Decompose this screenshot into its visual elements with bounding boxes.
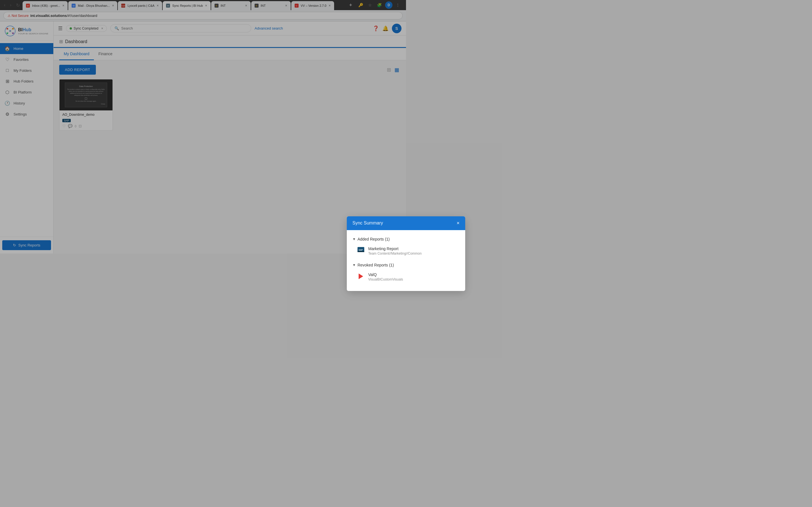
marketing-report-path: Team Content//Marketing//Common — [368, 251, 406, 254]
added-reports-section: ▼ Added Reports (1) SAP Marketing Report… — [352, 235, 406, 254]
modal-title: Sync Summary — [352, 221, 383, 226]
marketing-report-info: Marketing Report Team Content//Marketing… — [368, 246, 406, 254]
modal-header: Sync Summary × — [347, 216, 406, 230]
added-report-item-0: SAP Marketing Report Team Content//Marke… — [352, 244, 406, 254]
svg-text:SAP: SAP — [359, 249, 363, 251]
modal-body: ▼ Added Reports (1) SAP Marketing Report… — [347, 230, 406, 254]
added-reports-chevron: ▼ — [352, 237, 356, 241]
modal-overlay: Sync Summary × ▼ Added Reports (1) SAP — [0, 0, 406, 253]
added-reports-header[interactable]: ▼ Added Reports (1) — [352, 235, 406, 244]
marketing-report-icon: SAP — [357, 246, 365, 254]
sap-report-icon: SAP — [357, 247, 364, 254]
marketing-report-name: Marketing Report — [368, 246, 406, 251]
svg-rect-12 — [357, 251, 364, 252]
sync-summary-modal: Sync Summary × ▼ Added Reports (1) SAP — [347, 216, 406, 254]
added-reports-label: Added Reports (1) — [357, 237, 390, 241]
